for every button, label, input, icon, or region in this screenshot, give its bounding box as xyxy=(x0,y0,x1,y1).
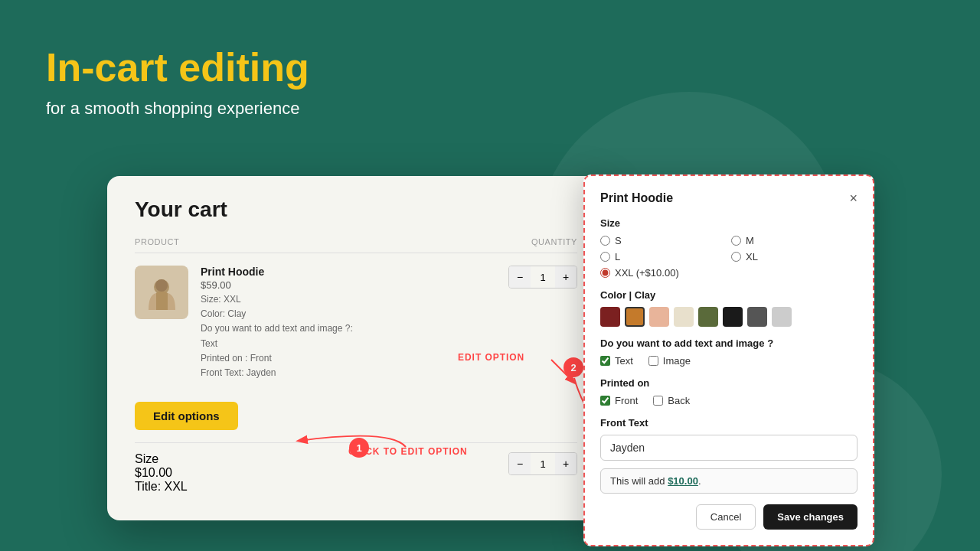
printed-on-group: Front Back xyxy=(600,395,858,406)
color-dark-red[interactable] xyxy=(600,307,620,327)
size-radio-group: S M L XL XXL (+$10.00) xyxy=(600,235,858,279)
size-xl-radio[interactable] xyxy=(731,252,741,262)
size-l-label: L xyxy=(615,251,620,262)
color-peach[interactable] xyxy=(649,307,669,327)
quantity-column-header: QUANTITY xyxy=(531,237,577,246)
add-text-image-label: Do you want to add text and image ? xyxy=(600,337,858,349)
svg-point-1 xyxy=(155,279,168,292)
front-text-label: Front Text xyxy=(600,417,858,429)
image-option-label: Image xyxy=(663,355,691,367)
color-black[interactable] xyxy=(723,307,743,327)
image-checkbox[interactable] xyxy=(648,356,658,366)
item2-price: $10.00 xyxy=(135,466,496,480)
hoodie-icon xyxy=(141,272,183,314)
quantity-control-2[interactable]: − 1 + xyxy=(508,452,577,475)
size-s-label: S xyxy=(615,235,622,246)
item-custom: Do you want to add text and image ?: xyxy=(201,323,353,334)
hero-section: In-cart editing for a smooth shopping ex… xyxy=(46,46,309,119)
size-xxl-radio[interactable] xyxy=(600,268,610,278)
cart-item-1: Print Hoodie $59.00 Size: XXL Color: Cla… xyxy=(135,266,577,380)
item2-title: Title: XXL xyxy=(135,480,496,494)
badge-2: 2 xyxy=(564,357,583,377)
cart-item-details: Print Hoodie $59.00 Size: XXL Color: Cla… xyxy=(201,266,496,380)
item-front-text: Front Text: Jayden xyxy=(201,367,276,378)
modal-footer: Cancel Save changes xyxy=(600,504,858,530)
front-checkbox[interactable] xyxy=(600,396,610,406)
modal-header: Print Hoodie × xyxy=(600,191,858,205)
cart-title: Your cart xyxy=(135,197,577,222)
product-column-header: PRODUCT xyxy=(135,237,179,246)
size-xxl-label: XXL (+$10.00) xyxy=(615,267,679,279)
item-size: Size: XXL xyxy=(201,294,241,305)
color-label: Color | Clay xyxy=(600,289,858,301)
item-attrs: Size: XXL Color: Clay Do you want to add… xyxy=(201,292,496,380)
back-checkbox[interactable] xyxy=(653,396,663,406)
size-m-label: M xyxy=(746,235,754,246)
qty2-increase-btn[interactable]: + xyxy=(555,452,577,475)
hero-subtitle: for a smooth shopping experience xyxy=(46,99,309,119)
front-option-label: Front xyxy=(615,395,638,406)
qty2-value: 1 xyxy=(531,458,555,470)
color-olive[interactable] xyxy=(698,307,718,327)
badge-1: 1 xyxy=(349,438,369,458)
item-name: Print Hoodie xyxy=(201,266,496,278)
size-m-radio[interactable] xyxy=(731,236,741,246)
size-l-radio[interactable] xyxy=(600,252,610,262)
front-option[interactable]: Front xyxy=(600,395,638,406)
save-changes-button[interactable]: Save changes xyxy=(763,504,858,530)
cancel-button[interactable]: Cancel xyxy=(696,504,756,530)
info-text: This will add $10.00. xyxy=(600,468,858,494)
size-s-option[interactable]: S xyxy=(600,235,727,246)
quantity-control-1[interactable]: − 1 + xyxy=(508,266,577,289)
text-checkbox[interactable] xyxy=(600,356,610,366)
item-custom-val: Text xyxy=(201,338,217,349)
back-option[interactable]: Back xyxy=(653,395,690,406)
color-clay-orange[interactable] xyxy=(625,307,645,327)
color-light-gray[interactable] xyxy=(772,307,792,327)
size-xl-option[interactable]: XL xyxy=(731,251,858,262)
qty-increase-btn[interactable]: + xyxy=(555,266,577,289)
item-printed-on: Printed on : Front xyxy=(201,353,272,364)
modal-close-button[interactable]: × xyxy=(849,191,858,205)
info-price: $10.00 xyxy=(668,475,698,487)
size-xxl-option[interactable]: XXL (+$10.00) xyxy=(600,267,727,279)
size-m-option[interactable]: M xyxy=(731,235,858,246)
color-cream[interactable] xyxy=(674,307,694,327)
annotation-edit-option: EDIT OPTION xyxy=(458,352,524,363)
color-swatch-group xyxy=(600,307,858,327)
hero-title: In-cart editing xyxy=(46,46,309,90)
qty-decrease-btn[interactable]: − xyxy=(509,266,531,289)
image-option[interactable]: Image xyxy=(648,355,691,367)
size-xl-label: XL xyxy=(746,251,758,262)
qty2-decrease-btn[interactable]: − xyxy=(509,452,531,475)
text-image-checkbox-group: Text Image xyxy=(600,355,858,367)
front-text-input[interactable] xyxy=(600,435,858,461)
modal-title: Print Hoodie xyxy=(600,191,673,205)
item-price: $59.00 xyxy=(201,279,496,291)
printed-on-label: Printed on xyxy=(600,377,858,389)
cart-header: PRODUCT QUANTITY xyxy=(135,237,577,253)
size-s-radio[interactable] xyxy=(600,236,610,246)
qty-value: 1 xyxy=(531,272,555,283)
item-color: Color: Clay xyxy=(201,308,246,319)
text-option[interactable]: Text xyxy=(600,355,633,367)
back-option-label: Back xyxy=(668,395,690,406)
cart-device: Your cart PRODUCT QUANTITY Print Hoodie … xyxy=(107,176,605,520)
edit-options-button[interactable]: Edit options xyxy=(135,402,238,430)
cart-item-image xyxy=(135,266,188,319)
modal: Print Hoodie × Size S M L XL XXL (+$10.0… xyxy=(583,174,874,546)
size-l-option[interactable]: L xyxy=(600,251,727,262)
text-option-label: Text xyxy=(615,355,633,367)
size-label: Size xyxy=(600,217,858,229)
color-dark-gray[interactable] xyxy=(747,307,767,327)
